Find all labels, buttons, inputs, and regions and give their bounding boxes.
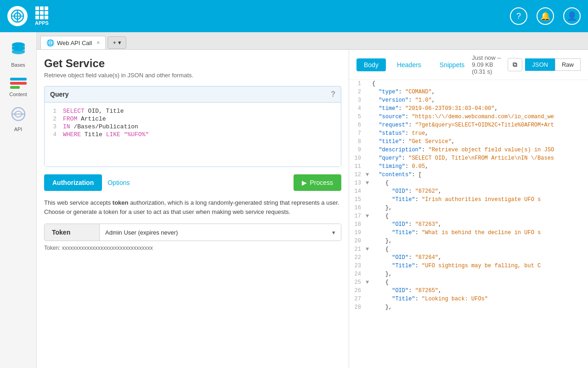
- notifications-button[interactable]: 🔔: [537, 7, 554, 25]
- json-line-19: 19 "Title": "What is behind the decline …: [349, 229, 588, 237]
- json-line-25: 25 ▼ {: [349, 279, 588, 287]
- json-line-7: 7 "status": true,: [349, 130, 588, 138]
- code-line-3: 3 IN /Bases/Publication: [45, 123, 341, 131]
- json-line-21: 21 ▼ {: [349, 246, 588, 254]
- top-nav: APPS ? 🔔 👤: [0, 0, 588, 32]
- json-line-4: 4 "time": "2019-06-23T09:31:03-04:00",: [349, 105, 588, 113]
- apps-button[interactable]: APPS: [35, 6, 49, 26]
- user-button[interactable]: 👤: [563, 7, 581, 25]
- tab-globe-icon: 🌐: [46, 39, 54, 46]
- sidebar: Bases Content API: [0, 32, 37, 368]
- token-label: Token: [45, 224, 100, 241]
- tab-add-icon: +: [113, 39, 116, 46]
- response-meta: Just now -- 9.09 KB (0.31 s): [472, 54, 508, 75]
- query-help-icon[interactable]: ?: [331, 90, 335, 98]
- token-row: Token Admin User (expires never) ▾: [44, 224, 341, 241]
- auth-description: This web service accepts token authoriza…: [44, 198, 341, 216]
- format-json-button[interactable]: JSON: [525, 58, 555, 71]
- query-box: Query ? 1 SELECT OID, Title 2 FROM Artic…: [44, 86, 341, 167]
- apps-grid-icon: [35, 6, 48, 19]
- copy-button[interactable]: ⧉: [508, 58, 522, 71]
- format-buttons: JSON Raw: [525, 58, 581, 71]
- content-icon: [10, 77, 27, 90]
- tab-web-api-call[interactable]: 🌐 Web API Call ×: [40, 36, 106, 49]
- json-line-2: 2 "type": "COMAND",: [349, 88, 588, 97]
- code-line-1: 1 SELECT OID, Title: [45, 107, 341, 115]
- nav-icons: ? 🔔 👤: [510, 7, 581, 25]
- json-line-28: 28 },: [349, 304, 588, 312]
- svg-point-8: [12, 50, 25, 54]
- tab-snippets[interactable]: Snippets: [432, 58, 472, 71]
- tab-close-button[interactable]: ×: [96, 40, 100, 46]
- json-line-14: 14 "OID": "87262",: [349, 188, 588, 196]
- play-icon: ▶: [302, 179, 307, 186]
- json-line-20: 20 },: [349, 237, 588, 246]
- process-button-label: Process: [310, 179, 333, 186]
- tab-label: Web API Call: [57, 40, 92, 46]
- tab-add-button[interactable]: + ▾: [107, 36, 126, 49]
- sidebar-item-api[interactable]: API: [0, 103, 36, 136]
- left-panel: Get Service Retrieve object field value(…: [37, 50, 349, 368]
- json-line-26: 26 "OID": "87265",: [349, 287, 588, 295]
- sidebar-item-bases[interactable]: Bases: [0, 37, 36, 71]
- authorization-button[interactable]: Authorization: [44, 174, 102, 191]
- token-value: Admin User (expires never): [105, 229, 178, 236]
- json-line-6: 6 "request": "?get&query=SELECT+OID%2C+T…: [349, 121, 588, 130]
- page-description: Retrieve object field value(s) in JSON a…: [44, 72, 341, 79]
- logo: [7, 6, 28, 26]
- code-line-4: 4 WHERE Title LIKE "%UFO%": [45, 131, 341, 138]
- sidebar-item-content[interactable]: Content: [0, 73, 36, 101]
- json-line-1: 1 {: [349, 80, 588, 88]
- json-line-11: 11 "timing": 0.05,: [349, 163, 588, 171]
- apps-label: APPS: [35, 20, 49, 26]
- json-line-24: 24 },: [349, 270, 588, 279]
- query-header-label: Query: [50, 91, 68, 98]
- right-toolbar-actions: ⧉ JSON Raw: [508, 58, 581, 71]
- json-line-10: 10 "query": "SELECT OID, Title\nFROM Art…: [349, 155, 588, 163]
- tab-body[interactable]: Body: [356, 58, 386, 71]
- sidebar-item-content-label: Content: [9, 92, 27, 97]
- json-viewer[interactable]: 1 { 2 "type": "COMAND", 3 "version": "1.…: [349, 80, 588, 368]
- json-line-3: 3 "version": "1.0",: [349, 97, 588, 105]
- action-bar: Authorization Options ▶ Process: [44, 174, 341, 191]
- code-line-2: 2 FROM Article: [45, 115, 341, 123]
- json-line-27: 27 "Title": "Looking back: UFOs": [349, 295, 588, 304]
- tab-add-chevron-icon: ▾: [118, 39, 121, 46]
- json-line-9: 9 "description": "Retrieve object field …: [349, 146, 588, 155]
- json-line-22: 22 "OID": "87264",: [349, 254, 588, 262]
- response-tabs: Body Headers Snippets: [356, 58, 472, 71]
- right-toolbar: Body Headers Snippets Just now -- 9.09 K…: [349, 50, 588, 80]
- json-line-5: 5 "source": "https:\/\/demo.webcomand.co…: [349, 113, 588, 121]
- token-display: Token: xxxxxxxxxxxxxxxxxxxxxxxxxxxxxxxxx: [44, 245, 341, 251]
- json-line-16: 16 },: [349, 204, 588, 213]
- tab-headers[interactable]: Headers: [390, 58, 429, 71]
- right-panel: Body Headers Snippets Just now -- 9.09 K…: [349, 50, 588, 368]
- auth-section: This web service accepts token authoriza…: [44, 198, 341, 251]
- sidebar-item-bases-label: Bases: [11, 62, 25, 68]
- page-title: Get Service: [44, 57, 341, 70]
- query-editor[interactable]: 1 SELECT OID, Title 2 FROM Article 3 IN …: [45, 102, 341, 167]
- token-select[interactable]: Admin User (expires never) ▾: [100, 224, 341, 241]
- json-line-12: 12 ▼ "contents": [: [349, 171, 588, 179]
- process-button[interactable]: ▶ Process: [294, 174, 341, 191]
- json-line-23: 23 "Title": "UFO sightings may be fallin…: [349, 262, 588, 270]
- json-line-18: 18 "OID": "87263",: [349, 221, 588, 229]
- format-raw-button[interactable]: Raw: [555, 58, 581, 71]
- options-button[interactable]: Options: [107, 179, 130, 186]
- json-line-13: 13 ▼ {: [349, 179, 588, 188]
- bases-icon: [10, 40, 27, 60]
- json-line-15: 15 "Title": "Irish authorities investiga…: [349, 196, 588, 204]
- tabs-bar: 🌐 Web API Call × + ▾: [37, 32, 588, 50]
- help-button[interactable]: ?: [510, 7, 527, 25]
- api-icon: [11, 106, 26, 125]
- json-line-8: 8 "title": "Get Service",: [349, 138, 588, 146]
- sidebar-item-api-label: API: [14, 126, 23, 132]
- json-line-17: 17 ▼ {: [349, 213, 588, 221]
- token-chevron-icon: ▾: [332, 229, 335, 236]
